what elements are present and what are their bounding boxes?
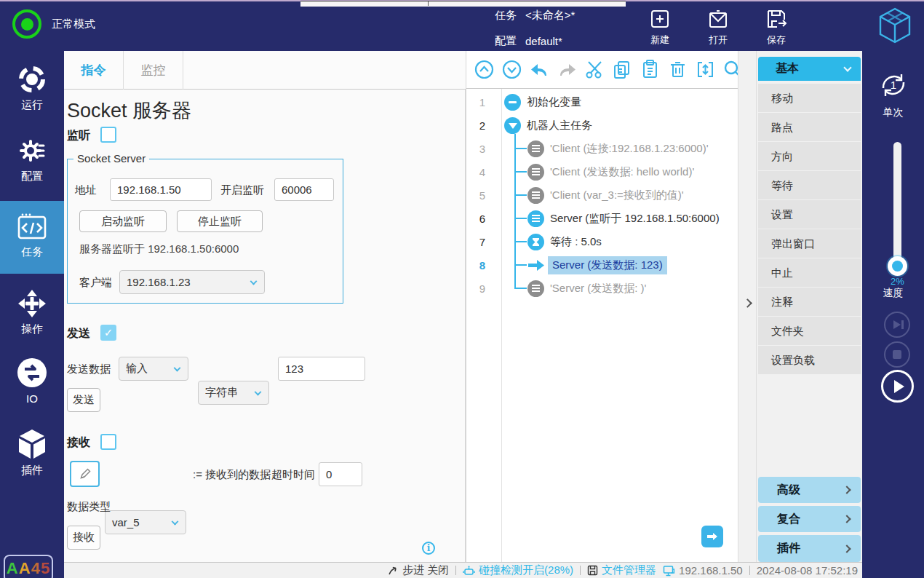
badge-char: A: [7, 559, 19, 578]
sidebar-item-task[interactable]: 任务: [0, 201, 64, 274]
badge-char: 5: [41, 559, 50, 578]
palette-group-basic[interactable]: 基本: [758, 57, 861, 81]
receive-var-select[interactable]: var_5: [105, 510, 186, 534]
speed-slider-handle[interactable]: [888, 256, 907, 276]
floppy-icon: [587, 565, 598, 576]
tree-row-text: 机器人主任务: [527, 119, 592, 132]
step-next-button[interactable]: [884, 312, 910, 338]
step-mode-status[interactable]: 步进 关闭: [387, 563, 449, 577]
cut-icon[interactable]: [584, 59, 605, 80]
address-input[interactable]: [110, 178, 212, 201]
info-icon[interactable]: [422, 542, 435, 555]
sidebar-item-plugin[interactable]: 插件: [0, 428, 64, 478]
server-status-text: 服务器监听于 192.168.1.50:6000: [79, 242, 239, 256]
tree-row-7[interactable]: 7 等待 : 5.0s: [466, 230, 738, 253]
single-cycle-icon: 1: [877, 69, 910, 101]
stop-button[interactable]: [884, 341, 910, 368]
speed-slider-track[interactable]: [893, 142, 901, 274]
tree-row-6[interactable]: 6 Server (监听于 192.168.1.50:6000): [466, 207, 738, 230]
send-source-value: 输入: [126, 362, 148, 376]
send-type-select[interactable]: 字符串: [198, 381, 269, 405]
send-checkbox[interactable]: [100, 325, 116, 341]
palette-group-composite[interactable]: 复合: [758, 506, 861, 532]
sidebar-item-operate[interactable]: 操作: [0, 288, 64, 336]
palette-item-waypoint[interactable]: 路点: [758, 113, 861, 141]
copy-icon[interactable]: [612, 59, 633, 80]
panel-expander[interactable]: [738, 51, 757, 562]
play-icon: [894, 380, 904, 393]
play-button[interactable]: [881, 370, 914, 403]
redo-icon[interactable]: [557, 59, 578, 80]
tree-row-9[interactable]: 9 'Server (发送数据: )': [466, 277, 738, 300]
start-listen-button[interactable]: 启动监听: [79, 210, 167, 232]
hourglass-icon: [527, 234, 544, 250]
collapse-triangle-icon[interactable]: [504, 117, 521, 134]
palette-group-advanced[interactable]: 高级: [758, 477, 861, 503]
settings-gear-icon: [17, 135, 47, 166]
assign-text: := 接收到的数据: [193, 468, 271, 482]
sidebar-item-run[interactable]: 运行: [0, 64, 64, 112]
plugin-cube-icon: [16, 428, 48, 460]
port-input[interactable]: [274, 178, 334, 201]
paste-icon[interactable]: [640, 59, 661, 80]
receive-button[interactable]: 接收: [67, 526, 100, 550]
open-file-icon: [706, 7, 730, 31]
send-source-select[interactable]: 输入: [119, 357, 188, 381]
palette-group-label: 高级: [777, 483, 800, 498]
listen-checkbox[interactable]: [100, 127, 116, 143]
save-task-label: 保存: [767, 34, 786, 45]
palette-item-comment[interactable]: 注释: [758, 288, 861, 316]
sidebar-item-config[interactable]: 配置: [0, 135, 64, 183]
palette-item-set[interactable]: 设置: [758, 200, 861, 229]
expand-all-icon[interactable]: [501, 59, 522, 80]
send-button[interactable]: 发送: [67, 388, 100, 412]
send-type-value: 字符串: [205, 386, 238, 400]
chevron-right-icon: [743, 298, 752, 308]
sidebar-item-io[interactable]: IO: [0, 357, 64, 405]
palette-group-plugin[interactable]: 插件: [758, 535, 861, 562]
jump-to-line-button[interactable]: [701, 526, 723, 547]
client-select-value: 192.168.1.23: [127, 276, 191, 288]
left-sidebar: 运行 配置 任务 操作 IO 插件 AA45: [0, 51, 64, 578]
tree-row-1[interactable]: 1 初始化变量: [466, 90, 738, 114]
tab-instruction[interactable]: 指令: [64, 51, 124, 90]
stop-listen-button[interactable]: 停止监听: [177, 210, 263, 232]
chevron-right-icon: [843, 486, 851, 494]
send-label: 发送: [67, 326, 90, 341]
palette-item-wait[interactable]: 等待: [758, 171, 861, 199]
palette-item-abort[interactable]: 中止: [758, 258, 861, 287]
collision-detect-status[interactable]: 碰撞检测开启(28%): [463, 563, 573, 577]
save-task-button[interactable]: 保存: [755, 7, 797, 47]
tree-row-5[interactable]: 5 'Client (var_3:=接收到的值)': [466, 183, 738, 207]
palette-item-payload[interactable]: 设置负载: [758, 346, 861, 374]
receive-checkbox[interactable]: [100, 434, 116, 450]
tree-row-4[interactable]: 4 'Client (发送数据: hello world)': [466, 160, 738, 183]
timeout-input[interactable]: [319, 462, 362, 486]
new-task-button[interactable]: 新建: [639, 7, 681, 47]
client-select[interactable]: 192.168.1.23: [119, 270, 265, 294]
io-icon: [16, 357, 48, 389]
tree-row-2[interactable]: 2 机器人主任务: [466, 114, 738, 137]
delete-icon[interactable]: [667, 59, 688, 80]
single-cycle-button[interactable]: 1 单次: [862, 69, 924, 119]
open-task-button[interactable]: 打开: [697, 7, 739, 47]
palette-item-move[interactable]: 移动: [758, 84, 861, 112]
send-value-input[interactable]: [278, 357, 365, 381]
edit-variable-button[interactable]: [70, 461, 100, 487]
robot-id-badge[interactable]: AA45: [4, 555, 53, 578]
insert-line-icon[interactable]: [695, 59, 716, 80]
undo-icon[interactable]: [529, 59, 550, 80]
line-number: 4: [466, 166, 495, 178]
palette-item-folder[interactable]: 文件夹: [758, 317, 861, 345]
tree-row-text: 'Client (连接:192.168.1.23:6000)': [550, 142, 709, 156]
arrow-right-icon: [706, 532, 718, 541]
tab-monitor[interactable]: 监控: [124, 51, 183, 90]
tree-row-8-selected[interactable]: 8 Server (发送数据: 123): [466, 253, 738, 277]
port-label: 开启监听: [220, 183, 264, 197]
palette-item-direction[interactable]: 方向: [758, 142, 861, 170]
save-file-icon: [765, 7, 788, 31]
palette-item-popup[interactable]: 弹出窗口: [758, 229, 861, 258]
file-manager-link[interactable]: 文件管理器: [587, 563, 656, 577]
collapse-all-icon[interactable]: [474, 59, 495, 80]
tree-row-3[interactable]: 3 'Client (连接:192.168.1.23:6000)': [466, 137, 738, 160]
